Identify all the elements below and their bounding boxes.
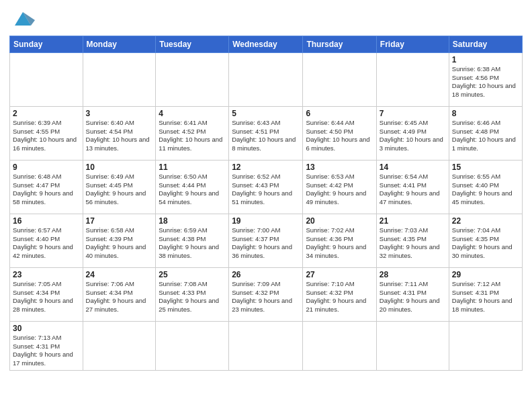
header bbox=[9, 7, 523, 32]
calendar-cell: 6Sunrise: 6:44 AM Sunset: 4:50 PM Daylig… bbox=[303, 106, 376, 160]
day-info: Sunrise: 7:00 AM Sunset: 4:37 PM Dayligh… bbox=[232, 226, 300, 261]
calendar-cell bbox=[83, 52, 156, 106]
calendar-cell bbox=[229, 321, 303, 370]
calendar-cell: 11Sunrise: 6:50 AM Sunset: 4:44 PM Dayli… bbox=[156, 160, 229, 214]
calendar-cell: 23Sunrise: 7:05 AM Sunset: 4:34 PM Dayli… bbox=[10, 267, 83, 321]
day-number: 19 bbox=[232, 216, 300, 226]
day-number: 3 bbox=[86, 109, 153, 118]
calendar-week-3: 16Sunrise: 6:57 AM Sunset: 4:40 PM Dayli… bbox=[10, 214, 523, 267]
day-number: 27 bbox=[306, 270, 373, 279]
weekday-header-row: SundayMondayTuesdayWednesdayThursdayFrid… bbox=[10, 36, 523, 52]
calendar-week-0: 1Sunrise: 6:38 AM Sunset: 4:56 PM Daylig… bbox=[10, 52, 523, 106]
day-number: 23 bbox=[13, 270, 80, 279]
day-info: Sunrise: 6:53 AM Sunset: 4:42 PM Dayligh… bbox=[306, 173, 373, 207]
day-number: 16 bbox=[13, 216, 80, 226]
day-number: 1 bbox=[452, 55, 519, 64]
day-number: 30 bbox=[13, 324, 80, 333]
day-number: 22 bbox=[452, 216, 519, 226]
calendar-week-5: 30Sunrise: 7:13 AM Sunset: 4:31 PM Dayli… bbox=[10, 321, 523, 370]
day-info: Sunrise: 6:43 AM Sunset: 4:51 PM Dayligh… bbox=[232, 119, 300, 153]
day-number: 14 bbox=[380, 163, 446, 172]
day-number: 28 bbox=[380, 270, 446, 279]
calendar-cell: 15Sunrise: 6:55 AM Sunset: 4:40 PM Dayli… bbox=[449, 160, 522, 214]
logo-icon bbox=[11, 7, 35, 28]
day-number: 20 bbox=[306, 216, 373, 226]
calendar-cell: 21Sunrise: 7:03 AM Sunset: 4:35 PM Dayli… bbox=[376, 214, 449, 267]
calendar-cell: 5Sunrise: 6:43 AM Sunset: 4:51 PM Daylig… bbox=[229, 106, 303, 160]
day-info: Sunrise: 6:58 AM Sunset: 4:39 PM Dayligh… bbox=[86, 226, 153, 261]
calendar-cell: 28Sunrise: 7:11 AM Sunset: 4:31 PM Dayli… bbox=[376, 267, 449, 321]
calendar-week-1: 2Sunrise: 6:39 AM Sunset: 4:55 PM Daylig… bbox=[10, 106, 523, 160]
day-info: Sunrise: 6:41 AM Sunset: 4:52 PM Dayligh… bbox=[159, 119, 226, 153]
calendar-cell bbox=[303, 52, 376, 106]
calendar-cell: 30Sunrise: 7:13 AM Sunset: 4:31 PM Dayli… bbox=[10, 321, 83, 370]
weekday-header-tuesday: Tuesday bbox=[156, 36, 229, 52]
day-number: 17 bbox=[86, 216, 153, 226]
calendar-cell: 7Sunrise: 6:45 AM Sunset: 4:49 PM Daylig… bbox=[376, 106, 449, 160]
weekday-header-saturday: Saturday bbox=[449, 36, 522, 52]
day-number: 9 bbox=[13, 163, 80, 172]
weekday-header-thursday: Thursday bbox=[303, 36, 376, 52]
calendar-cell: 22Sunrise: 7:04 AM Sunset: 4:35 PM Dayli… bbox=[449, 214, 522, 267]
day-info: Sunrise: 7:05 AM Sunset: 4:34 PM Dayligh… bbox=[13, 280, 80, 314]
day-info: Sunrise: 6:59 AM Sunset: 4:38 PM Dayligh… bbox=[159, 226, 226, 261]
calendar-cell bbox=[10, 52, 83, 106]
calendar-cell: 2Sunrise: 6:39 AM Sunset: 4:55 PM Daylig… bbox=[10, 106, 83, 160]
calendar-cell: 1Sunrise: 6:38 AM Sunset: 4:56 PM Daylig… bbox=[449, 52, 522, 106]
day-info: Sunrise: 6:50 AM Sunset: 4:44 PM Dayligh… bbox=[159, 173, 226, 207]
calendar-cell: 16Sunrise: 6:57 AM Sunset: 4:40 PM Dayli… bbox=[10, 214, 83, 267]
day-number: 25 bbox=[159, 270, 226, 279]
day-info: Sunrise: 6:48 AM Sunset: 4:47 PM Dayligh… bbox=[13, 173, 80, 207]
calendar-cell bbox=[376, 321, 449, 370]
day-info: Sunrise: 6:54 AM Sunset: 4:41 PM Dayligh… bbox=[380, 173, 446, 207]
calendar-cell: 4Sunrise: 6:41 AM Sunset: 4:52 PM Daylig… bbox=[156, 106, 229, 160]
weekday-header-wednesday: Wednesday bbox=[229, 36, 303, 52]
day-info: Sunrise: 7:03 AM Sunset: 4:35 PM Dayligh… bbox=[380, 226, 446, 261]
calendar-week-2: 9Sunrise: 6:48 AM Sunset: 4:47 PM Daylig… bbox=[10, 160, 523, 214]
day-info: Sunrise: 6:38 AM Sunset: 4:56 PM Dayligh… bbox=[452, 65, 519, 99]
day-number: 8 bbox=[452, 109, 519, 118]
day-number: 6 bbox=[306, 109, 373, 118]
calendar-cell: 19Sunrise: 7:00 AM Sunset: 4:37 PM Dayli… bbox=[229, 214, 303, 267]
calendar-cell bbox=[156, 321, 229, 370]
day-info: Sunrise: 7:02 AM Sunset: 4:36 PM Dayligh… bbox=[306, 226, 373, 261]
day-number: 15 bbox=[452, 163, 519, 172]
weekday-header-monday: Monday bbox=[83, 36, 156, 52]
calendar-cell: 8Sunrise: 6:46 AM Sunset: 4:48 PM Daylig… bbox=[449, 106, 522, 160]
calendar-cell bbox=[303, 321, 376, 370]
calendar-cell: 10Sunrise: 6:49 AM Sunset: 4:45 PM Dayli… bbox=[83, 160, 156, 214]
calendar-cell: 27Sunrise: 7:10 AM Sunset: 4:32 PM Dayli… bbox=[303, 267, 376, 321]
day-info: Sunrise: 7:09 AM Sunset: 4:32 PM Dayligh… bbox=[232, 280, 300, 314]
calendar-cell: 24Sunrise: 7:06 AM Sunset: 4:34 PM Dayli… bbox=[83, 267, 156, 321]
calendar-cell: 3Sunrise: 6:40 AM Sunset: 4:54 PM Daylig… bbox=[83, 106, 156, 160]
page: SundayMondayTuesdayWednesdayThursdayFrid… bbox=[0, 0, 532, 411]
day-number: 11 bbox=[159, 163, 226, 172]
calendar-cell bbox=[156, 52, 229, 106]
day-number: 4 bbox=[159, 109, 226, 118]
day-info: Sunrise: 7:11 AM Sunset: 4:31 PM Dayligh… bbox=[380, 280, 446, 314]
day-info: Sunrise: 6:57 AM Sunset: 4:40 PM Dayligh… bbox=[13, 226, 80, 261]
day-info: Sunrise: 6:44 AM Sunset: 4:50 PM Dayligh… bbox=[306, 119, 373, 153]
calendar-cell: 26Sunrise: 7:09 AM Sunset: 4:32 PM Dayli… bbox=[229, 267, 303, 321]
day-number: 7 bbox=[380, 109, 446, 118]
calendar-cell: 18Sunrise: 6:59 AM Sunset: 4:38 PM Dayli… bbox=[156, 214, 229, 267]
calendar-cell: 17Sunrise: 6:58 AM Sunset: 4:39 PM Dayli… bbox=[83, 214, 156, 267]
calendar-cell: 14Sunrise: 6:54 AM Sunset: 4:41 PM Dayli… bbox=[376, 160, 449, 214]
day-info: Sunrise: 7:08 AM Sunset: 4:33 PM Dayligh… bbox=[159, 280, 226, 314]
day-number: 24 bbox=[86, 270, 153, 279]
day-info: Sunrise: 6:52 AM Sunset: 4:43 PM Dayligh… bbox=[232, 173, 300, 207]
logo bbox=[9, 7, 35, 32]
day-number: 21 bbox=[380, 216, 446, 226]
day-info: Sunrise: 7:13 AM Sunset: 4:31 PM Dayligh… bbox=[13, 334, 80, 368]
day-info: Sunrise: 7:10 AM Sunset: 4:32 PM Dayligh… bbox=[306, 280, 373, 314]
day-info: Sunrise: 7:12 AM Sunset: 4:31 PM Dayligh… bbox=[452, 280, 519, 314]
weekday-header-friday: Friday bbox=[376, 36, 449, 52]
day-number: 10 bbox=[86, 163, 153, 172]
calendar-cell: 20Sunrise: 7:02 AM Sunset: 4:36 PM Dayli… bbox=[303, 214, 376, 267]
calendar-week-4: 23Sunrise: 7:05 AM Sunset: 4:34 PM Dayli… bbox=[10, 267, 523, 321]
calendar-cell bbox=[229, 52, 303, 106]
day-number: 13 bbox=[306, 163, 373, 172]
day-info: Sunrise: 6:40 AM Sunset: 4:54 PM Dayligh… bbox=[86, 119, 153, 153]
day-info: Sunrise: 6:46 AM Sunset: 4:48 PM Dayligh… bbox=[452, 119, 519, 153]
day-info: Sunrise: 6:49 AM Sunset: 4:45 PM Dayligh… bbox=[86, 173, 153, 207]
